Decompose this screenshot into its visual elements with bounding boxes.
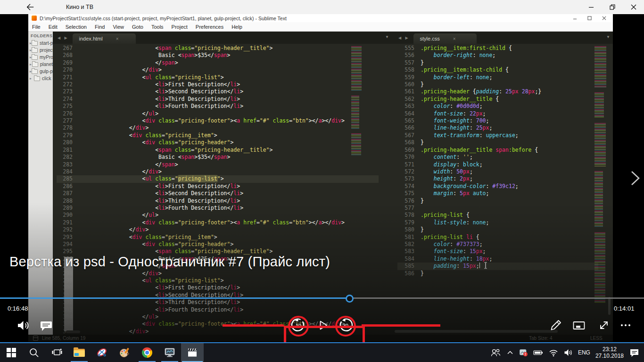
code-line-580: 580} [397,226,598,233]
code-line-571: 571 display: block; [397,161,598,168]
volume-icon [16,318,30,332]
code-line-280: 280 <div class="pricing-header"> [57,139,379,146]
elapsed-time: 0:16:48 [8,305,28,312]
seekbar-track[interactable] [350,297,644,299]
folder-icon [32,62,38,67]
code-line-559: 559 border-left: none; [397,74,598,81]
taskbar-paint[interactable] [113,343,136,362]
people-icon[interactable] [490,347,501,358]
vertical-scrollbar [608,297,611,315]
folder-list: ▸start-project▸project▸myProjectStart1▸p… [28,40,53,82]
code-line-582: 582 color: #737373; [397,241,598,248]
code-line-306: 306 </div> [57,328,379,335]
tray-app-badge-icon[interactable]: ! [519,348,528,357]
task-view-button[interactable] [45,343,68,362]
tab-close-icon: × [116,36,119,41]
start-button[interactable] [0,343,23,362]
battery-icon[interactable] [533,348,544,357]
code-line-574: 574 background-color: #f39c12; [397,183,598,190]
line-number: 568 [397,139,414,146]
back-button[interactable] [21,1,40,13]
line-number: 275 [57,103,73,110]
taskbar-file-explorer[interactable] [68,343,91,362]
subtitles-button[interactable] [39,318,54,333]
snipping-tool-icon [96,347,107,358]
line-number: 584 [397,255,414,263]
taskbar-movies-tv[interactable] [181,343,204,362]
line-number: 284 [57,168,73,175]
code-line-569: 569.pricing-header__title span:before { [397,147,598,154]
code-line-555: 555.pricing__item:first-child { [397,45,598,52]
clock[interactable]: 23:12 27.10.2018 [595,346,624,359]
clock-date: 27.10.2018 [595,353,624,359]
taskbar-chrome[interactable] [136,343,158,362]
line-number: 281 [57,147,73,154]
line-number: 559 [397,74,414,81]
video-surface[interactable]: D:\myProjectStart1\css\style.css (start-… [0,14,644,342]
css-code-editor: 555.pricing__item:first-child {556 borde… [394,44,598,336]
seekbar-thumb[interactable] [346,295,354,303]
line-number: 577 [397,205,414,212]
line-number: 273 [57,88,73,95]
code-line-275: 275 <li>Fourth Description</li> [57,103,379,110]
code-line-282: 282 Basic <span>$35</span> [57,154,379,161]
left-minimap [351,46,363,161]
sublime-statusbar: Line 585, Column 19 Tab Size: 4 LESS [28,335,613,342]
line-number: 564 [397,110,414,117]
code-line-566: 566 line-height: 25px; [397,124,598,132]
action-center-icon[interactable] [629,347,640,358]
line-number: 294 [57,241,73,248]
paint-icon [119,347,130,358]
code-line-290: 290 </ul> [57,212,379,219]
line-number: 272 [57,81,73,88]
language-indicator[interactable]: ENG [578,349,590,356]
right-minimap [594,46,607,308]
code-line-278: 278 </div> [57,124,379,132]
code-line-562: 562.pricing-header__title { [397,96,598,103]
search-button[interactable] [23,343,45,362]
line-number: 277 [57,117,73,124]
code-line-578: 578.pricing-list { [397,212,598,219]
back-arrow-icon [26,3,34,11]
right-tabbar: ◀ ▶ style.css × [394,32,613,44]
code-line-563: 563 color: #0d0d0d; [397,103,598,110]
next-video-button[interactable] [630,169,641,189]
code-line-298: 298 </div> [57,270,379,277]
code-line-556: 556 border-right: none; [397,52,598,59]
play-button[interactable] [315,318,330,333]
volume-button[interactable] [15,318,30,333]
mini-player-button[interactable] [571,318,586,333]
movies-tv-clapper-icon [187,347,198,358]
speaker-icon[interactable] [563,348,573,357]
line-number: 287 [57,190,73,197]
skip-back-10-button[interactable]: 10 [290,317,307,334]
menu-project: Project [172,24,188,30]
code-line-276: 276 </ul> [57,110,379,117]
skip-forward-30-button[interactable]: 30 [337,317,354,334]
app-minimize-button[interactable] [580,0,602,14]
code-line-300: 300 <li>First Description</li> [57,284,379,291]
taskbar-snipping-tool[interactable] [91,343,113,362]
wifi-icon[interactable] [549,349,558,357]
sublime-menubar: FileEditSelectionFindViewGotoToolsProjec… [28,22,613,32]
sidebar-folder-click: ▸click [28,75,53,82]
menu-view: View [113,24,124,30]
seekbar-progress[interactable] [0,297,350,299]
annotate-button[interactable] [548,318,563,333]
code-line-267: 267 <span class="pricing-header__title"> [57,45,379,52]
taskbar-media-app[interactable] [158,343,181,362]
more-options-button[interactable] [618,318,633,333]
line-number: 276 [57,110,73,117]
code-line-273: 273 <li>Second Description</li> [57,88,379,95]
line-number: 286 [57,183,73,190]
fullscreen-button[interactable] [596,318,611,333]
status-syntax: LESS [590,336,603,341]
app-close-button[interactable] [623,0,644,14]
tab-style-css: style.css × [413,33,477,44]
app-restore-button[interactable] [602,0,623,14]
tray-expand-chevron-icon[interactable] [506,349,514,356]
code-line-570: 570 content: ''; [397,154,598,161]
line-number: 586 [397,270,414,277]
sidebar-folder-planet: ▸planet [28,61,53,68]
monitor-app-icon [164,347,175,358]
